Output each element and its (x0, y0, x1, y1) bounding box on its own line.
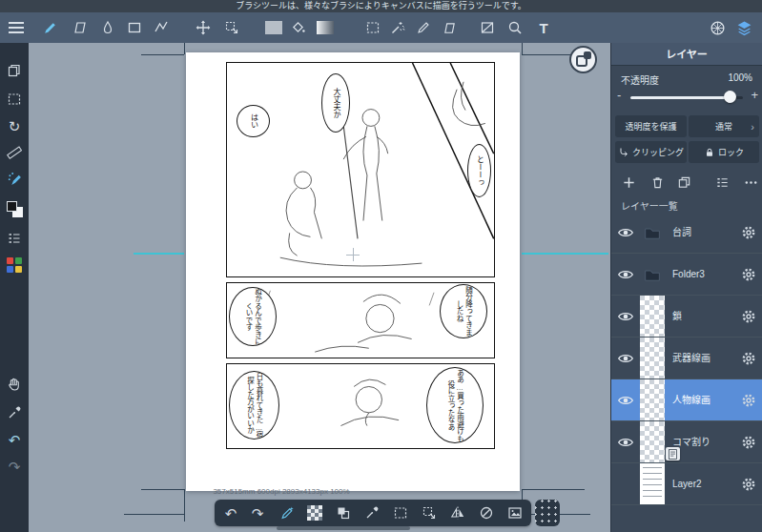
layer-row[interactable]: 武器線画 (611, 338, 762, 379)
redo-button[interactable]: ↷ (247, 502, 268, 523)
shape-tool-button[interactable] (124, 17, 145, 38)
select-panel-button[interactable] (4, 89, 25, 110)
layer-visibility-toggle[interactable] (615, 474, 636, 495)
layer-settings-button[interactable] (739, 223, 758, 242)
layer-thumbnail (640, 338, 665, 379)
color-swatch-button[interactable] (263, 17, 284, 38)
speech-bubble: 随分降ってきましたね (440, 284, 487, 338)
blend-mode-button[interactable]: 通常 › (689, 115, 759, 137)
palette-button[interactable] (4, 255, 25, 276)
layer-settings-button[interactable] (739, 391, 758, 410)
more-options-button[interactable] (741, 173, 760, 192)
layer-name: 人物線画 (672, 379, 711, 420)
opacity-slider-knob[interactable] (724, 91, 736, 103)
layers-panel-toggle[interactable] (733, 17, 754, 38)
canvas-area[interactable]: 大丈夫か はい とーーっ ぬかるんで歩きにくいです 随分降ってきましたね 日も暮… (29, 43, 610, 532)
protect-alpha-button[interactable]: 透明度を保護 (615, 115, 687, 137)
select-tool-button[interactable] (362, 17, 383, 38)
layer-row[interactable]: Layer2 (611, 463, 762, 505)
marquee-icon (393, 505, 408, 521)
eyedropper-button[interactable] (4, 402, 25, 423)
fg-bg-color-button[interactable] (4, 198, 25, 219)
insert-image-button[interactable] (505, 502, 525, 523)
layer-visibility-toggle[interactable] (615, 222, 636, 243)
blend-tool-button[interactable] (97, 17, 118, 38)
layer-settings-button[interactable] (739, 475, 758, 494)
layer-name: 台詞 (672, 212, 691, 253)
redo-button[interactable]: ↷ (4, 456, 25, 477)
speech-bubble: とーーっ (467, 144, 491, 197)
layer-visibility-toggle[interactable] (615, 348, 636, 369)
stylus-icon (278, 505, 295, 522)
lock-button[interactable]: ロック (689, 141, 759, 163)
layer-menu-button[interactable] (712, 173, 731, 192)
undo-button[interactable]: ↶ (4, 429, 25, 450)
delete-layer-button[interactable] (648, 173, 667, 192)
layer-settings-button[interactable] (739, 307, 758, 326)
polyline-tool-button[interactable] (151, 17, 172, 38)
hand-tool-button[interactable] (4, 374, 25, 395)
select-pen-button[interactable] (413, 17, 434, 38)
select-area-button[interactable] (390, 502, 411, 523)
ruler-button[interactable] (4, 142, 25, 163)
divide-frame-button[interactable] (477, 17, 498, 38)
reset-view-button[interactable]: ↻ (4, 115, 25, 136)
select-eraser-button[interactable] (439, 17, 460, 38)
opacity-minus[interactable]: - (617, 88, 621, 102)
layer-settings-button[interactable] (739, 433, 758, 452)
rotate-lock-button[interactable] (476, 502, 497, 523)
bucket-tool-button[interactable] (288, 17, 309, 38)
gear-icon (741, 351, 756, 366)
layer-list-button[interactable] (4, 228, 25, 249)
eyedropper-button[interactable] (361, 502, 382, 523)
eraser-tool-button[interactable] (70, 17, 91, 38)
network-button[interactable] (707, 17, 728, 38)
transform-button[interactable] (419, 502, 440, 523)
speech-bubble: 大丈夫か (321, 73, 350, 133)
airbrush-icon (7, 171, 23, 187)
layer-row[interactable]: コマ割り (611, 421, 762, 463)
transparent-bg-button[interactable] (304, 502, 325, 523)
move-tool-button[interactable] (193, 17, 214, 38)
canvas-page[interactable]: 大丈夫か はい とーーっ ぬかるんで歩きにくいです 随分降ってきましたね 日も暮… (186, 52, 520, 491)
top-toolbar: T (0, 12, 762, 43)
pages-button[interactable] (4, 60, 25, 81)
text-tool-button[interactable]: T (533, 17, 554, 38)
add-layer-button[interactable] (619, 173, 638, 192)
divide-icon (480, 20, 495, 35)
layer-settings-button[interactable] (739, 265, 758, 284)
zoom-tool-button[interactable] (505, 17, 525, 38)
clipping-button[interactable]: クリッピング (615, 141, 687, 163)
eyedropper-icon (7, 405, 22, 420)
page-switcher-button[interactable] (569, 46, 597, 73)
layer-row-selected[interactable]: 人物線画 (611, 379, 762, 421)
layer-row[interactable]: 鎖 (611, 296, 762, 338)
magic-wand-button[interactable] (387, 17, 408, 38)
toolbar-drag-handle[interactable] (535, 500, 560, 526)
undo-button[interactable]: ↶ (220, 502, 241, 523)
duplicate-layer-button[interactable] (674, 173, 693, 192)
center-guide-line (522, 253, 608, 255)
layer-row[interactable]: Folder3 (611, 254, 762, 296)
transform-tool-button[interactable] (221, 17, 242, 38)
layer-visibility-toggle[interactable] (615, 390, 636, 411)
airbrush-tool-button[interactable] (4, 168, 25, 189)
gear-icon (741, 309, 756, 324)
layer-settings-button[interactable] (739, 349, 758, 368)
layer-row[interactable]: 台詞 (611, 212, 762, 254)
rotate-reset-icon: ↻ (9, 119, 21, 133)
opacity-plus[interactable]: + (751, 88, 758, 102)
eye-icon (617, 308, 634, 325)
swap-color-button[interactable] (333, 502, 354, 523)
layer-visibility-toggle[interactable] (615, 432, 636, 453)
layer-visibility-toggle[interactable] (615, 306, 636, 327)
horizontal-scrollbar[interactable] (277, 526, 410, 530)
layer-visibility-toggle[interactable] (615, 264, 636, 285)
color-swatch-icon (265, 21, 282, 34)
flip-horizontal-button[interactable] (447, 502, 468, 523)
stylus-settings-button[interactable] (276, 502, 297, 523)
gradient-tool-button[interactable] (315, 17, 336, 38)
folder-icon (642, 224, 663, 241)
brush-tool-button[interactable] (39, 17, 60, 38)
menu-button[interactable] (6, 17, 27, 38)
